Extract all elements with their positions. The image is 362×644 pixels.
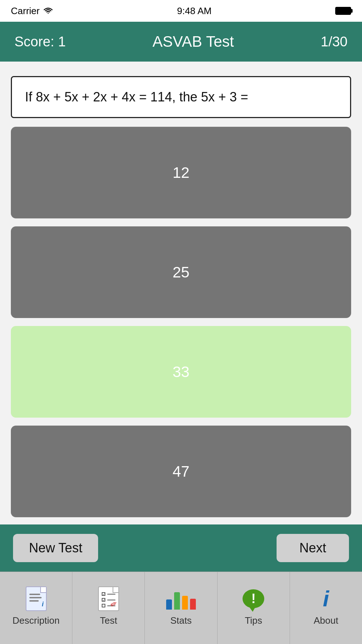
tab-stats[interactable]: Stats — [145, 572, 217, 644]
tab-description[interactable]: i Description — [0, 572, 72, 644]
score-display: Score: 1 — [14, 34, 66, 50]
next-button[interactable]: Next — [277, 534, 349, 562]
tips-icon: ! — [241, 586, 266, 611]
tab-stats-label: Stats — [170, 615, 191, 626]
action-bar: New Test Next — [0, 524, 362, 572]
tab-about[interactable]: i About — [290, 572, 362, 644]
question-box: If 8x + 5x + 2x + 4x = 114, the 5x + 3 = — [11, 76, 351, 118]
answer-value-1: 12 — [173, 164, 190, 181]
carrier-info: Carrier — [11, 5, 53, 17]
answer-value-4: 47 — [173, 463, 190, 480]
app-title: ASVAB Test — [152, 33, 234, 50]
about-icon: i — [313, 586, 338, 611]
tab-description-label: Description — [13, 615, 60, 626]
new-test-button[interactable]: New Test — [13, 534, 98, 562]
tab-about-label: About — [313, 615, 338, 626]
answer-option-3[interactable]: 33 — [11, 326, 351, 418]
answer-option-1[interactable]: 12 — [11, 127, 351, 218]
tab-tips-label: Tips — [245, 615, 262, 626]
answer-value-3: 33 — [173, 363, 190, 381]
stats-icon — [168, 586, 194, 611]
test-icon: ✏ — [96, 586, 121, 611]
description-icon: i — [24, 586, 49, 611]
question-text: If 8x + 5x + 2x + 4x = 114, the 5x + 3 = — [25, 88, 248, 106]
battery-icon — [335, 7, 351, 15]
main-content: If 8x + 5x + 2x + 4x = 114, the 5x + 3 =… — [0, 62, 362, 524]
tab-bar: i Description — [0, 572, 362, 644]
answer-option-4[interactable]: 47 — [11, 426, 351, 517]
wifi-icon — [43, 7, 53, 15]
status-bar: Carrier 9:48 AM — [0, 0, 362, 22]
carrier-text: Carrier — [11, 5, 39, 17]
time-display: 9:48 AM — [177, 5, 211, 17]
answer-option-2[interactable]: 25 — [11, 226, 351, 318]
tab-test-label: Test — [100, 615, 117, 626]
app-header: Score: 1 ASVAB Test 1/30 — [0, 22, 362, 62]
answer-value-2: 25 — [173, 264, 190, 281]
tab-tips[interactable]: ! Tips — [218, 572, 290, 644]
progress-display: 1/30 — [321, 34, 348, 50]
tab-test[interactable]: ✏ Test — [72, 572, 145, 644]
answers-container: 12 25 33 47 — [11, 127, 351, 517]
